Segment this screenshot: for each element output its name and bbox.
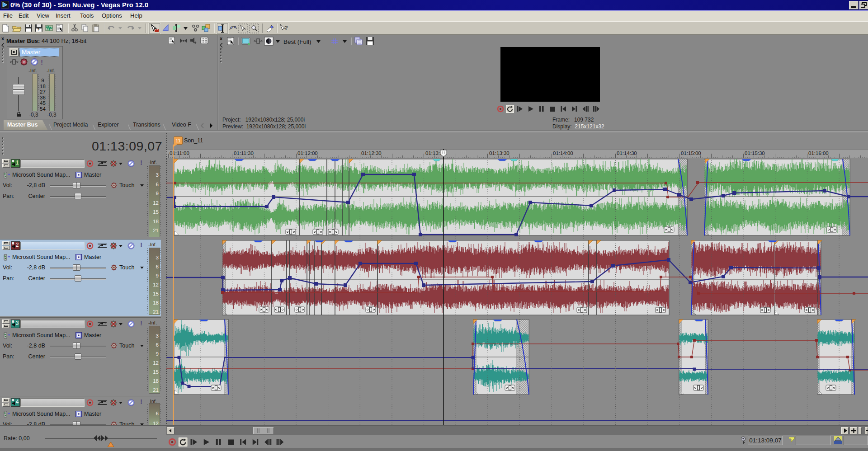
svg-text:!: ! (41, 58, 43, 66)
svg-text:?: ? (284, 24, 288, 31)
svg-text:?: ? (37, 28, 40, 32)
svg-text:Best (Full): Best (Full) (283, 38, 311, 45)
